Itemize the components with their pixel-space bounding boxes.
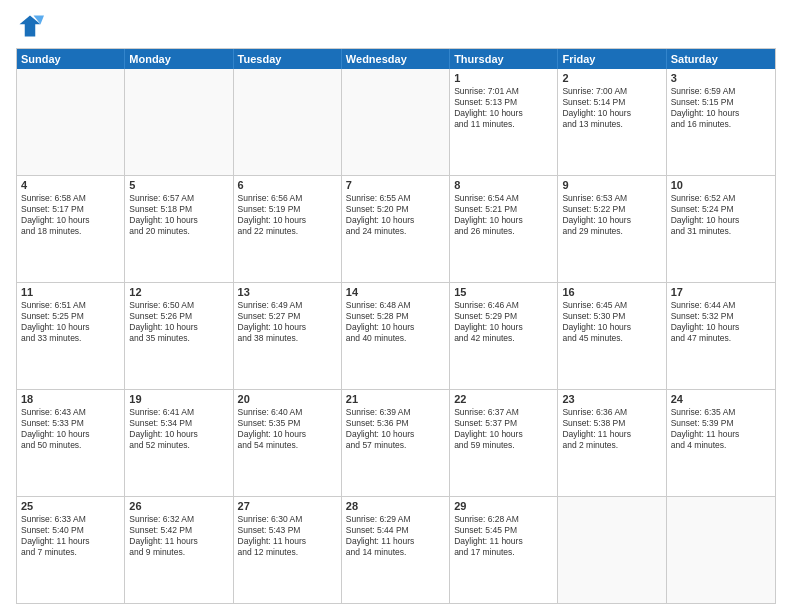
day-number: 21: [346, 393, 445, 405]
cell-info-line: Sunrise: 6:59 AM: [671, 86, 771, 97]
cell-info-line: Sunrise: 6:51 AM: [21, 300, 120, 311]
day-number: 3: [671, 72, 771, 84]
day-number: 13: [238, 286, 337, 298]
cell-info-line: Sunset: 5:19 PM: [238, 204, 337, 215]
cell-info-line: Daylight: 10 hours: [21, 429, 120, 440]
cell-info-line: and 4 minutes.: [671, 440, 771, 451]
cell-info-line: Sunrise: 6:37 AM: [454, 407, 553, 418]
weekday-header-sunday: Sunday: [17, 49, 125, 69]
day-number: 27: [238, 500, 337, 512]
calendar-cell-20: 20Sunrise: 6:40 AMSunset: 5:35 PMDayligh…: [234, 390, 342, 496]
day-number: 10: [671, 179, 771, 191]
day-number: 16: [562, 286, 661, 298]
cell-info-line: Sunset: 5:28 PM: [346, 311, 445, 322]
cell-info-line: and 50 minutes.: [21, 440, 120, 451]
cell-info-line: Sunset: 5:35 PM: [238, 418, 337, 429]
cell-info-line: Sunset: 5:20 PM: [346, 204, 445, 215]
cell-info-line: and 54 minutes.: [238, 440, 337, 451]
calendar-cell-empty-5: [558, 497, 666, 603]
cell-info-line: Daylight: 10 hours: [454, 322, 553, 333]
cell-info-line: Daylight: 10 hours: [346, 322, 445, 333]
day-number: 26: [129, 500, 228, 512]
cell-info-line: and 14 minutes.: [346, 547, 445, 558]
calendar-cell-15: 15Sunrise: 6:46 AMSunset: 5:29 PMDayligh…: [450, 283, 558, 389]
cell-info-line: Daylight: 10 hours: [21, 215, 120, 226]
cell-info-line: Daylight: 11 hours: [21, 536, 120, 547]
cell-info-line: Sunrise: 7:01 AM: [454, 86, 553, 97]
calendar-cell-25: 25Sunrise: 6:33 AMSunset: 5:40 PMDayligh…: [17, 497, 125, 603]
cell-info-line: Sunrise: 6:40 AM: [238, 407, 337, 418]
calendar-cell-3: 3Sunrise: 6:59 AMSunset: 5:15 PMDaylight…: [667, 69, 775, 175]
calendar-cell-14: 14Sunrise: 6:48 AMSunset: 5:28 PMDayligh…: [342, 283, 450, 389]
cell-info-line: Sunrise: 6:41 AM: [129, 407, 228, 418]
cell-info-line: Daylight: 11 hours: [129, 536, 228, 547]
cell-info-line: and 24 minutes.: [346, 226, 445, 237]
cell-info-line: Sunset: 5:42 PM: [129, 525, 228, 536]
cell-info-line: Sunset: 5:27 PM: [238, 311, 337, 322]
day-number: 25: [21, 500, 120, 512]
cell-info-line: Sunset: 5:29 PM: [454, 311, 553, 322]
cell-info-line: and 59 minutes.: [454, 440, 553, 451]
calendar-cell-29: 29Sunrise: 6:28 AMSunset: 5:45 PMDayligh…: [450, 497, 558, 603]
calendar-cell-empty-2: [234, 69, 342, 175]
cell-info-line: and 22 minutes.: [238, 226, 337, 237]
cell-info-line: and 7 minutes.: [21, 547, 120, 558]
cell-info-line: Daylight: 10 hours: [238, 429, 337, 440]
calendar-cell-22: 22Sunrise: 6:37 AMSunset: 5:37 PMDayligh…: [450, 390, 558, 496]
cell-info-line: and 13 minutes.: [562, 119, 661, 130]
day-number: 6: [238, 179, 337, 191]
cell-info-line: Daylight: 10 hours: [671, 215, 771, 226]
calendar-cell-1: 1Sunrise: 7:01 AMSunset: 5:13 PMDaylight…: [450, 69, 558, 175]
calendar-row-5: 25Sunrise: 6:33 AMSunset: 5:40 PMDayligh…: [17, 497, 775, 603]
cell-info-line: Sunset: 5:40 PM: [21, 525, 120, 536]
cell-info-line: Sunrise: 6:28 AM: [454, 514, 553, 525]
cell-info-line: Daylight: 10 hours: [454, 215, 553, 226]
cell-info-line: Sunset: 5:18 PM: [129, 204, 228, 215]
cell-info-line: Daylight: 10 hours: [671, 322, 771, 333]
day-number: 19: [129, 393, 228, 405]
cell-info-line: and 45 minutes.: [562, 333, 661, 344]
calendar-cell-empty-6: [667, 497, 775, 603]
cell-info-line: Sunrise: 6:29 AM: [346, 514, 445, 525]
cell-info-line: Sunrise: 6:52 AM: [671, 193, 771, 204]
logo: [16, 12, 48, 40]
calendar-row-2: 4Sunrise: 6:58 AMSunset: 5:17 PMDaylight…: [17, 176, 775, 283]
calendar-cell-2: 2Sunrise: 7:00 AMSunset: 5:14 PMDaylight…: [558, 69, 666, 175]
cell-info-line: Daylight: 10 hours: [346, 429, 445, 440]
cell-info-line: Sunset: 5:39 PM: [671, 418, 771, 429]
calendar-cell-27: 27Sunrise: 6:30 AMSunset: 5:43 PMDayligh…: [234, 497, 342, 603]
cell-info-line: and 17 minutes.: [454, 547, 553, 558]
calendar-cell-19: 19Sunrise: 6:41 AMSunset: 5:34 PMDayligh…: [125, 390, 233, 496]
cell-info-line: Daylight: 10 hours: [238, 215, 337, 226]
weekday-header-wednesday: Wednesday: [342, 49, 450, 69]
cell-info-line: Sunrise: 6:33 AM: [21, 514, 120, 525]
cell-info-line: and 2 minutes.: [562, 440, 661, 451]
cell-info-line: and 12 minutes.: [238, 547, 337, 558]
day-number: 7: [346, 179, 445, 191]
cell-info-line: and 31 minutes.: [671, 226, 771, 237]
cell-info-line: Sunset: 5:32 PM: [671, 311, 771, 322]
cell-info-line: Daylight: 10 hours: [454, 429, 553, 440]
calendar-cell-8: 8Sunrise: 6:54 AMSunset: 5:21 PMDaylight…: [450, 176, 558, 282]
calendar-cell-12: 12Sunrise: 6:50 AMSunset: 5:26 PMDayligh…: [125, 283, 233, 389]
cell-info-line: and 40 minutes.: [346, 333, 445, 344]
calendar-row-3: 11Sunrise: 6:51 AMSunset: 5:25 PMDayligh…: [17, 283, 775, 390]
cell-info-line: Sunrise: 6:54 AM: [454, 193, 553, 204]
cell-info-line: Sunset: 5:24 PM: [671, 204, 771, 215]
cell-info-line: Sunrise: 6:30 AM: [238, 514, 337, 525]
page: SundayMondayTuesdayWednesdayThursdayFrid…: [0, 0, 792, 612]
calendar-cell-4: 4Sunrise: 6:58 AMSunset: 5:17 PMDaylight…: [17, 176, 125, 282]
cell-info-line: Sunset: 5:17 PM: [21, 204, 120, 215]
weekday-header-tuesday: Tuesday: [234, 49, 342, 69]
day-number: 22: [454, 393, 553, 405]
cell-info-line: Daylight: 11 hours: [562, 429, 661, 440]
calendar-cell-9: 9Sunrise: 6:53 AMSunset: 5:22 PMDaylight…: [558, 176, 666, 282]
cell-info-line: Daylight: 10 hours: [562, 108, 661, 119]
cell-info-line: Daylight: 11 hours: [454, 536, 553, 547]
calendar-cell-26: 26Sunrise: 6:32 AMSunset: 5:42 PMDayligh…: [125, 497, 233, 603]
cell-info-line: Sunset: 5:33 PM: [21, 418, 120, 429]
cell-info-line: Daylight: 10 hours: [562, 322, 661, 333]
cell-info-line: Sunrise: 6:45 AM: [562, 300, 661, 311]
cell-info-line: Sunset: 5:14 PM: [562, 97, 661, 108]
calendar-row-1: 1Sunrise: 7:01 AMSunset: 5:13 PMDaylight…: [17, 69, 775, 176]
